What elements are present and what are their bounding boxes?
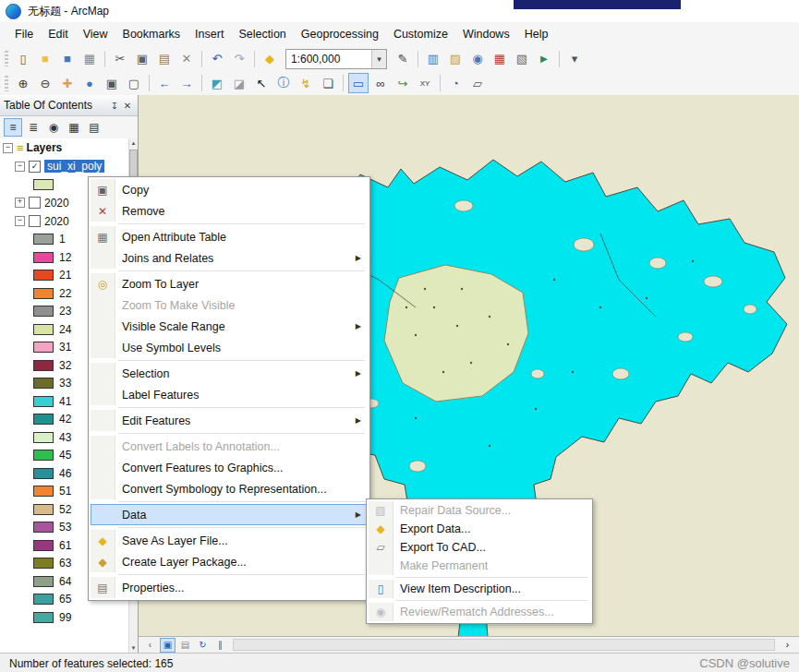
html-popup-icon[interactable]: ❏ [318, 73, 338, 93]
menu-geoprocessing[interactable]: Geoprocessing [294, 24, 386, 44]
data-view-icon[interactable]: ▣ [160, 638, 176, 653]
map-scroll-right-icon[interactable]: › [780, 638, 795, 653]
menu-item-export-to-cad[interactable]: ▱Export To CAD... [369, 538, 590, 557]
menu-selection[interactable]: Selection [231, 24, 293, 44]
cut-icon[interactable]: ✂ [110, 49, 130, 69]
measure-icon[interactable]: ▭ [348, 73, 369, 93]
layer-name[interactable]: 2020 [44, 215, 69, 228]
paste-icon[interactable]: ▤ [154, 49, 175, 69]
legend-swatch[interactable] [33, 324, 54, 335]
menu-item-view-item-description[interactable]: ▯View Item Description... [369, 580, 590, 598]
menu-bookmarks[interactable]: Bookmarks [115, 24, 188, 44]
tree-expander-icon[interactable]: + [15, 198, 25, 208]
pan-icon[interactable]: ✚ [57, 73, 78, 93]
editor-toolbar-icon[interactable]: ✎ [393, 49, 413, 69]
zoom-out-icon[interactable]: ⊖ [35, 73, 55, 93]
pin-icon[interactable]: ↧ [108, 101, 121, 111]
forward-extent-icon[interactable]: → [176, 73, 197, 93]
legend-swatch[interactable] [33, 306, 54, 317]
add-data-icon[interactable]: ◆ [260, 49, 280, 69]
menu-item-copy[interactable]: ▣Copy [91, 179, 368, 200]
viewer-window-icon[interactable]: ▱ [467, 73, 488, 93]
menu-item-convert-features-to-graphics[interactable]: Convert Features to Graphics... [91, 457, 368, 478]
search-window-icon[interactable]: ◉ [467, 49, 488, 69]
legend-swatch[interactable] [33, 342, 54, 353]
layer-name[interactable]: 2020 [44, 197, 69, 210]
menu-item-selection[interactable]: Selection▶ [91, 363, 368, 384]
legend-swatch[interactable] [33, 594, 54, 605]
legend-swatch[interactable] [33, 558, 54, 569]
menu-item-edit-features[interactable]: Edit Features▶ [91, 410, 368, 431]
list-by-source-icon[interactable]: ≣ [24, 118, 42, 137]
full-extent-icon[interactable]: ● [79, 73, 100, 93]
scale-combo[interactable]: 1:600,000 ▾ [285, 49, 387, 69]
layer-name[interactable]: sui_xi_poly [44, 160, 104, 173]
identify-icon[interactable]: ⓘ [273, 73, 294, 93]
legend-swatch[interactable] [33, 270, 54, 281]
menu-customize[interactable]: Customize [386, 24, 455, 44]
open-folder-icon[interactable]: ■ [35, 49, 55, 69]
menu-item-convert-symbology-to-representation[interactable]: Convert Symbology to Representation... [91, 478, 368, 499]
legend-swatch[interactable] [33, 360, 54, 371]
menu-item-use-symbol-levels[interactable]: Use Symbol Levels [91, 337, 368, 358]
python-window-icon[interactable]: ▧ [512, 49, 532, 69]
layer-row[interactable]: −✓sui_xi_poly [0, 157, 138, 175]
copy-icon[interactable]: ▣ [132, 49, 152, 69]
legend-swatch[interactable] [33, 468, 54, 479]
toolbar-grip[interactable] [5, 76, 8, 91]
legend-swatch[interactable] [33, 612, 54, 623]
menu-view[interactable]: View [76, 24, 115, 44]
layer-checkbox[interactable] [29, 197, 41, 209]
legend-swatch[interactable] [33, 179, 54, 190]
legend-swatch[interactable] [33, 414, 54, 425]
hyperlink-icon[interactable]: ↯ [296, 73, 316, 93]
scroll-up-icon[interactable]: ▲ [131, 138, 137, 148]
legend-row[interactable]: 99 [0, 608, 138, 627]
table-of-contents-icon[interactable]: ▥ [423, 49, 443, 69]
fixed-zoom-in-icon[interactable]: ▣ [102, 73, 122, 93]
fixed-zoom-out-icon[interactable]: ▢ [124, 73, 144, 93]
toc-options-icon[interactable]: ▤ [85, 118, 103, 137]
menu-item-export-data[interactable]: ◆Export Data... [369, 520, 590, 538]
undo-icon[interactable]: ↶ [207, 49, 227, 69]
toc-root-row[interactable]: −≡Layers [0, 138, 138, 157]
legend-swatch[interactable] [33, 486, 54, 497]
menu-item-zoom-to-layer[interactable]: ◎Zoom To Layer [91, 273, 368, 294]
menu-item-label-features[interactable]: Label Features [91, 384, 368, 405]
map-horizontal-scrollbar[interactable] [233, 639, 775, 651]
pause-drawing-icon[interactable]: ∥ [212, 638, 228, 653]
modelbuilder-icon[interactable]: ► [534, 49, 554, 69]
catalog-window-icon[interactable]: ▨ [445, 49, 466, 69]
legend-swatch[interactable] [33, 576, 54, 587]
menu-windows[interactable]: Windows [455, 24, 517, 44]
legend-swatch[interactable] [33, 252, 54, 263]
find-route-icon[interactable]: ↪ [393, 73, 413, 93]
menu-item-properties[interactable]: ▤Properties... [91, 577, 368, 598]
select-features-icon[interactable]: ◩ [207, 73, 227, 93]
zoom-in-icon[interactable]: ⊕ [13, 73, 33, 93]
menu-item-joins-and-relates[interactable]: Joins and Relates▶ [91, 247, 368, 269]
save-icon[interactable]: ■ [57, 49, 78, 69]
scale-dropdown-icon[interactable]: ▾ [371, 50, 386, 68]
map-scroll-left-icon[interactable]: ‹ [142, 638, 158, 653]
back-extent-icon[interactable]: ← [154, 73, 175, 93]
legend-swatch[interactable] [33, 378, 54, 389]
toolbar-grip[interactable] [5, 51, 8, 66]
scroll-down-icon[interactable]: ▼ [131, 643, 137, 653]
menu-insert[interactable]: Insert [188, 24, 231, 44]
tree-expander-icon[interactable]: − [3, 143, 13, 153]
legend-swatch[interactable] [33, 540, 54, 551]
menu-item-open-attribute-table[interactable]: ▦Open Attribute Table [91, 226, 368, 247]
legend-swatch[interactable] [33, 432, 54, 443]
menu-item-visible-scale-range[interactable]: Visible Scale Range▶ [91, 316, 368, 337]
refresh-view-icon[interactable]: ↻ [195, 638, 211, 653]
menu-item-data[interactable]: Data▶ [91, 504, 368, 525]
layout-view-icon[interactable]: ▤ [177, 638, 193, 653]
time-slider-icon[interactable]: ◔ [445, 73, 466, 93]
arctoolbox-icon[interactable]: ▦ [490, 49, 510, 69]
legend-swatch[interactable] [33, 504, 54, 515]
go-to-xy-icon[interactable]: XY [415, 73, 435, 93]
redo-icon[interactable]: ↷ [229, 49, 249, 69]
list-by-selection-icon[interactable]: ▦ [65, 118, 83, 137]
menu-item-remove[interactable]: ✕Remove [91, 200, 368, 222]
